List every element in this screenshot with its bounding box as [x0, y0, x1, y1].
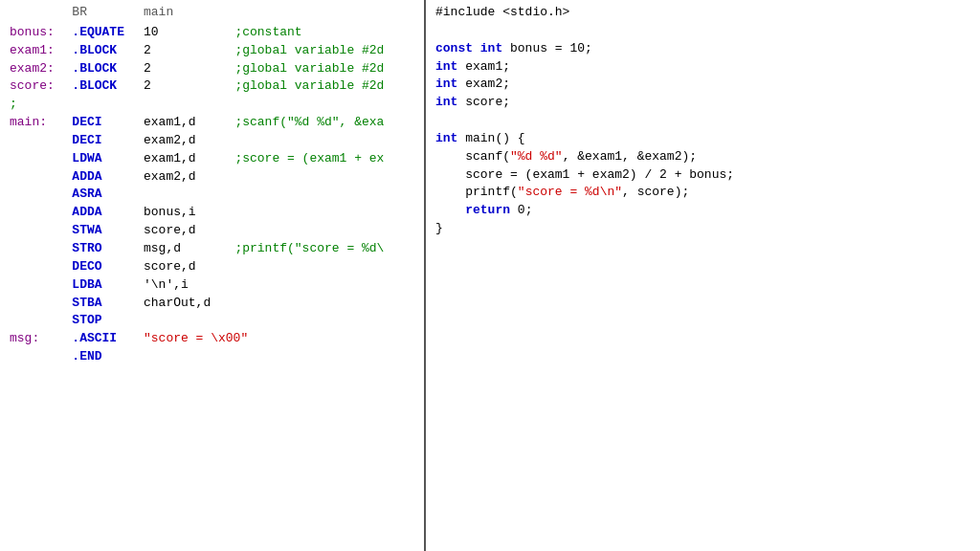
c-line-close-brace: } [435, 220, 970, 238]
asm-comment: ;global variable #2d [231, 77, 418, 96]
asm-label [6, 132, 68, 150]
assembly-panel: BR main bonus: .EQUATE 10 ;constant exam… [0, 0, 426, 551]
asm-operand: score,d [140, 258, 231, 276]
asm-operand: 2 [140, 60, 231, 78]
asm-comment [231, 186, 418, 204]
asm-mnemonic: LDWA [68, 150, 140, 168]
asm-operand: exam1,d [140, 114, 231, 132]
table-row: DECI exam2,d [6, 132, 418, 150]
c-line-score-calc: score = (exam1 + exam2) / 2 + bonus; [435, 166, 970, 185]
c-keyword-int-main: int [435, 131, 457, 145]
table-row: ADDA bonus,i [6, 204, 418, 222]
asm-operand [140, 96, 231, 114]
asm-mnemonic: STWA [68, 222, 140, 240]
c-line-main-decl: int main() { [435, 130, 970, 148]
asm-mnemonic: .END [68, 348, 140, 366]
asm-operand: 2 [140, 77, 231, 96]
table-header: BR main [6, 4, 418, 24]
c-line-blank2 [435, 112, 970, 130]
asm-label [6, 258, 68, 276]
asm-mnemonic: ADDA [68, 168, 140, 187]
table-row: exam1: .BLOCK 2 ;global variable #2d [6, 42, 418, 60]
asm-label [6, 295, 68, 313]
table-row: score: .BLOCK 2 ;global variable #2d [6, 77, 418, 96]
table-row: ASRA [6, 186, 418, 204]
asm-mnemonic: .EQUATE [68, 24, 140, 42]
c-line-printf: printf("score = %d\n", score); [435, 184, 970, 202]
c-keyword-int1: int [435, 59, 457, 74]
c-keyword-return: return [465, 203, 510, 217]
asm-label: exam2: [6, 60, 68, 78]
asm-comment [231, 312, 418, 330]
asm-label: exam1: [6, 42, 68, 60]
asm-label [6, 186, 68, 204]
asm-mnemonic: STRO [68, 240, 140, 258]
asm-comment [231, 295, 418, 313]
asm-mnemonic: LDBA [68, 276, 140, 295]
asm-comment: ;scanf("%d %d", &exa [231, 114, 418, 132]
asm-mnemonic: .BLOCK [68, 60, 140, 78]
asm-operand: "score = \x00" [140, 330, 418, 348]
c-keyword-int2: int [435, 77, 457, 91]
asm-comment: ;printf("score = %d\ [231, 240, 418, 258]
asm-comment [231, 258, 418, 276]
c-line-include: #include <stdio.h> [435, 4, 970, 22]
c-code-block: #include <stdio.h> const int bonus = 10;… [435, 4, 970, 238]
asm-label [6, 168, 68, 187]
asm-operand: 2 [140, 42, 231, 60]
asm-label: msg: [6, 330, 68, 348]
asm-operand: 10 [140, 24, 231, 42]
c-line-return: return 0; [435, 202, 970, 220]
asm-operand: exam2,d [140, 132, 231, 150]
asm-comment [231, 204, 418, 222]
asm-mnemonic: STOP [68, 312, 140, 330]
asm-mnemonic: DECI [68, 132, 140, 150]
table-row: DECO score,d [6, 258, 418, 276]
table-row: STBA charOut,d [6, 295, 418, 313]
table-row: msg: .ASCII "score = \x00" [6, 330, 418, 348]
asm-label: bonus: [6, 24, 68, 42]
asm-label [6, 348, 68, 366]
asm-label: score: [6, 77, 68, 96]
asm-operand: charOut,d [140, 295, 231, 313]
header-main: main [140, 4, 418, 24]
asm-operand: exam1,d [140, 150, 231, 168]
table-row: bonus: .EQUATE 10 ;constant [6, 24, 418, 42]
assembly-table: BR main bonus: .EQUATE 10 ;constant exam… [6, 4, 418, 366]
asm-comment: ;global variable #2d [231, 42, 418, 60]
c-keyword-const: const int [435, 41, 502, 55]
asm-operand [140, 186, 231, 204]
asm-label [6, 150, 68, 168]
c-line-blank [435, 22, 970, 40]
table-row: STRO msg,d ;printf("score = %d\ [6, 240, 418, 258]
c-line-const: const int bonus = 10; [435, 40, 970, 58]
asm-comment: ;score = (exam1 + ex [231, 150, 418, 168]
table-row: exam2: .BLOCK 2 ;global variable #2d [6, 60, 418, 78]
asm-comment: ;constant [231, 24, 418, 42]
asm-label [6, 222, 68, 240]
asm-mnemonic: .BLOCK [68, 77, 140, 96]
table-row: ADDA exam2,d [6, 168, 418, 187]
table-row: LDBA '\n',i [6, 276, 418, 295]
header-label [6, 4, 68, 24]
c-code-panel: #include <stdio.h> const int bonus = 10;… [426, 0, 980, 551]
asm-mnemonic: STBA [68, 295, 140, 313]
asm-comment [231, 276, 418, 295]
c-line-score: int score; [435, 94, 970, 112]
asm-operand: exam2,d [140, 168, 231, 187]
asm-label [6, 312, 68, 330]
header-br: BR [68, 4, 140, 24]
c-string-printf: "score = %d\n" [518, 185, 622, 199]
asm-operand [140, 348, 231, 366]
asm-mnemonic: ASRA [68, 186, 140, 204]
asm-comment: ;global variable #2d [231, 60, 418, 78]
asm-operand [140, 312, 231, 330]
table-row: STOP [6, 312, 418, 330]
asm-operand: bonus,i [140, 204, 231, 222]
c-string-scanf: "%d %d" [510, 149, 563, 164]
asm-mnemonic: DECO [68, 258, 140, 276]
asm-operand: msg,d [140, 240, 231, 258]
asm-label [6, 240, 68, 258]
asm-comment [231, 168, 418, 187]
c-line-exam1: int exam1; [435, 58, 970, 77]
